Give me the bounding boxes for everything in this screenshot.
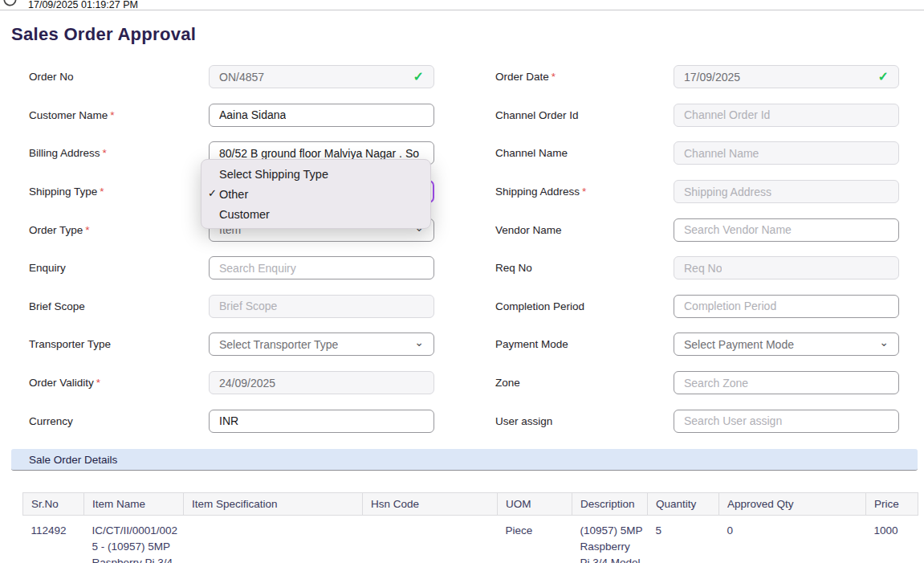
order-date-label: Order Date*: [434, 71, 674, 83]
channel-order-id-field: Channel Order Id: [674, 104, 899, 127]
shipping-type-dropdown-menu: Select Shipping Type ✓ Other Customer: [201, 159, 431, 229]
cell-approved-qty: 0: [719, 516, 866, 563]
shipping-type-label: Shipping Type*: [29, 186, 209, 198]
check-icon: ✓: [208, 187, 217, 199]
col-header-approved-qty: Approved Qty: [719, 493, 866, 516]
order-date-field: 17/09/2025 ✓: [674, 65, 899, 88]
cell-uom: Piece: [498, 516, 572, 563]
brief-scope-field: Brief Scope: [209, 295, 434, 318]
shipping-address-field: Shipping Address: [674, 180, 899, 203]
completion-period-field[interactable]: Completion Period: [674, 295, 899, 318]
vendor-name-label: Vendor Name: [434, 224, 674, 236]
check-icon: ✓: [878, 69, 889, 84]
currency-field[interactable]: INR: [209, 410, 434, 433]
cell-description: (10957) 5MP Raspberry Pi 3/4 Model B: [572, 516, 648, 563]
timestamp: 17/09/2025 01:19:27 PM: [28, 0, 138, 10]
order-type-label: Order Type*: [29, 224, 209, 236]
shipping-address-label: Shipping Address*: [434, 186, 674, 198]
col-header-price: Price: [866, 493, 918, 516]
check-icon: ✓: [413, 69, 424, 84]
menu-item-customer[interactable]: Customer: [201, 204, 430, 224]
order-validity-label: Order Validity*: [29, 377, 209, 389]
cell-hsn-code: [363, 516, 498, 563]
completion-period-label: Completion Period: [434, 300, 674, 312]
required-asterisk: *: [110, 109, 114, 121]
menu-item-select-shipping-type[interactable]: Select Shipping Type: [201, 164, 430, 184]
zone-field[interactable]: Search Zone: [674, 371, 899, 394]
page-title: Sales Order Approval: [11, 24, 196, 45]
cell-price: 1000: [866, 516, 918, 563]
sales-order-form: Order No ON/4857 ✓ Order Date* 17/09/202…: [29, 58, 899, 440]
channel-name-label: Channel Name: [434, 147, 674, 159]
chevron-down-icon: ⌄: [414, 337, 424, 348]
order-no-field: ON/4857 ✓: [209, 65, 434, 88]
billing-address-label: Billing Address*: [29, 147, 209, 159]
vendor-name-field[interactable]: Search Vendor Name: [674, 218, 899, 242]
transporter-type-label: Transporter Type: [29, 338, 209, 350]
req-no-field: Req No: [674, 256, 899, 279]
col-header-uom: UOM: [498, 493, 572, 516]
required-asterisk: *: [552, 71, 556, 83]
refresh-icon[interactable]: [2, 0, 18, 7]
table-header-row: Sr.No Item Name Item Specification Hsn C…: [23, 493, 918, 516]
col-header-description: Description: [572, 493, 648, 516]
payment-mode-label: Payment Mode: [434, 338, 674, 350]
required-asterisk: *: [582, 186, 586, 198]
cell-sr-no: 112492: [23, 516, 84, 563]
col-header-quantity: Quantity: [648, 493, 719, 516]
brief-scope-label: Brief Scope: [29, 300, 209, 312]
order-validity-field: 24/09/2025: [209, 371, 434, 394]
col-header-item-name: Item Name: [84, 493, 184, 516]
channel-name-field: Channel Name: [674, 141, 899, 165]
sale-order-items-table: Sr.No Item Name Item Specification Hsn C…: [22, 492, 918, 563]
col-header-item-specification: Item Specification: [184, 493, 363, 516]
required-asterisk: *: [103, 147, 107, 159]
col-header-sr-no: Sr.No: [23, 493, 84, 516]
menu-item-other[interactable]: ✓ Other: [201, 184, 430, 204]
cell-quantity: 5: [648, 516, 719, 563]
order-no-label: Order No: [29, 71, 209, 83]
req-no-label: Req No: [434, 262, 674, 274]
required-asterisk: *: [85, 224, 89, 236]
channel-order-id-label: Channel Order Id: [434, 109, 674, 121]
enquiry-label: Enquiry: [29, 262, 209, 274]
chevron-down-icon: ⌄: [879, 337, 889, 348]
cell-item-specification: [184, 516, 363, 563]
customer-name-label: Customer Name*: [29, 109, 209, 121]
required-asterisk: *: [100, 186, 104, 198]
required-asterisk: *: [96, 377, 100, 389]
col-header-hsn-code: Hsn Code: [363, 493, 498, 516]
cell-item-name: IC/CT/II/0001/0025 - (10957) 5MP Raspber…: [84, 516, 184, 563]
currency-label: Currency: [29, 415, 209, 427]
zone-label: Zone: [434, 377, 674, 389]
payment-mode-select[interactable]: Select Payment Mode ⌄: [674, 332, 899, 356]
user-assign-label: User assign: [434, 415, 674, 427]
customer-name-field[interactable]: Aaina Sidana: [209, 104, 434, 127]
enquiry-field[interactable]: Search Enquiry: [209, 256, 434, 279]
top-status-bar: 17/09/2025 01:19:27 PM: [0, 0, 924, 10]
table-row: 112492 IC/CT/II/0001/0025 - (10957) 5MP …: [23, 516, 918, 563]
sale-order-details-header: Sale Order Details: [11, 449, 918, 471]
transporter-type-select[interactable]: Select Transporter Type ⌄: [209, 332, 434, 356]
user-assign-field[interactable]: Search User assign: [674, 410, 899, 433]
